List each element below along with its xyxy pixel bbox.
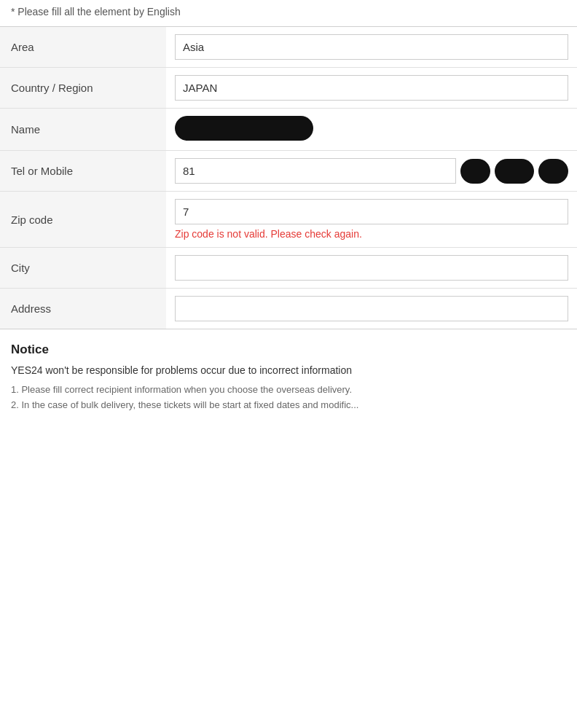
- form-table: Area Country / Region Name Tel or Mobile: [0, 26, 577, 329]
- address-row: Address: [0, 289, 577, 329]
- address-input[interactable]: [175, 296, 568, 321]
- zip-error-message: Zip code is not valid. Please check agai…: [175, 228, 568, 240]
- tel-code-input[interactable]: [175, 158, 456, 184]
- name-label: Name: [0, 109, 166, 151]
- zip-label: Zip code: [0, 192, 166, 248]
- zip-input-cell: Zip code is not valid. Please check agai…: [166, 192, 577, 248]
- address-label: Address: [0, 289, 166, 329]
- name-input-cell: [166, 109, 577, 151]
- city-input[interactable]: [175, 255, 568, 281]
- country-label: Country / Region: [0, 68, 166, 109]
- city-label: City: [0, 248, 166, 289]
- country-input[interactable]: [175, 75, 568, 101]
- city-row: City: [0, 248, 577, 289]
- top-notice: * Please fill all the element by English: [0, 0, 577, 26]
- notice-list: 1. Please fill correct recipient informa…: [11, 382, 566, 412]
- tel-part1-redacted: [460, 159, 490, 184]
- city-input-cell: [166, 248, 577, 289]
- tel-input-cell: [166, 151, 577, 192]
- name-row: Name: [0, 109, 577, 151]
- area-row: Area: [0, 27, 577, 68]
- country-row: Country / Region: [0, 68, 577, 109]
- tel-wrapper: [175, 158, 568, 184]
- tel-part3-redacted: [538, 159, 568, 184]
- name-redacted: [175, 116, 313, 141]
- notice-section: Notice YES24 won't be responsible for pr…: [0, 329, 577, 427]
- notice-item-2: 2. In the case of bulk delivery, these t…: [11, 397, 566, 412]
- country-input-cell: [166, 68, 577, 109]
- tel-label: Tel or Mobile: [0, 151, 166, 192]
- tel-row: Tel or Mobile: [0, 151, 577, 192]
- area-label: Area: [0, 27, 166, 68]
- zip-row: Zip code Zip code is not valid. Please c…: [0, 192, 577, 248]
- area-input-cell: [166, 27, 577, 68]
- notice-main-text: YES24 won't be responsible for problems …: [11, 364, 566, 376]
- notice-title: Notice: [11, 343, 566, 357]
- area-input[interactable]: [175, 34, 568, 60]
- zip-input[interactable]: [175, 199, 568, 224]
- tel-part2-redacted: [495, 159, 535, 184]
- notice-item-1: 1. Please fill correct recipient informa…: [11, 382, 566, 397]
- address-input-cell: [166, 289, 577, 329]
